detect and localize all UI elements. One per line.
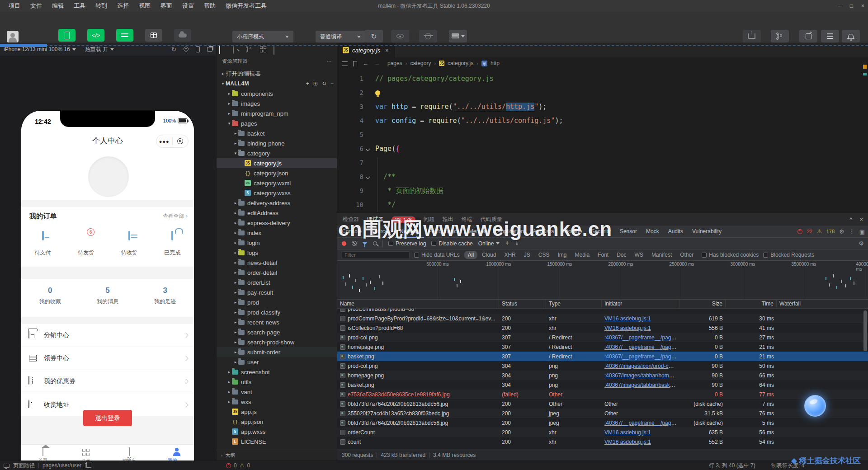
tree-item-LICENSE[interactable]: LLICENSE (217, 437, 337, 446)
column-header-Status[interactable]: Status (499, 300, 546, 308)
compile-mode-select[interactable]: 普通编译 (316, 31, 365, 42)
menu-item-领券中心[interactable]: 领券中心 (21, 347, 194, 370)
code-editor[interactable]: 1// pages/category/category.js23var http… (337, 69, 868, 213)
table-row[interactable]: prod-col.png307/ Redirect:40367/__pagefr… (337, 333, 868, 342)
table-row[interactable]: 355020f27acd4b13a652cb830f03bedc.jpg200j… (337, 409, 868, 418)
order-item-待发货[interactable]: 6待发货 (65, 232, 108, 257)
problems-counter[interactable]: 0 ⚠0 (226, 462, 250, 469)
tree-item-vant[interactable]: ▸vant (217, 387, 337, 397)
tree-item-basket[interactable]: ▸basket (217, 128, 337, 138)
logout-button[interactable]: 退出登录 (83, 410, 132, 426)
refresh-icon[interactable]: ↻ (171, 46, 176, 53)
maximize-icon[interactable]: □ (850, 3, 853, 9)
menu-item-工具[interactable]: 工具 (70, 0, 90, 11)
new-file-icon[interactable]: + (306, 80, 309, 87)
filter-pill-Img[interactable]: Img (554, 251, 570, 259)
collapse-icon[interactable]: − (330, 80, 334, 87)
tree-item-app.json[interactable]: {}app.json (217, 417, 337, 427)
tree-item-prod[interactable]: ▸prod (217, 297, 337, 307)
initiator-link[interactable]: VM16 asdebug.js:1 (604, 429, 651, 436)
table-row[interactable]: isCollection?prodId=68200xhrVM16 asdebug… (337, 323, 868, 333)
menu-item-帮助[interactable]: 帮助 (200, 0, 220, 11)
tree-item-wxs[interactable]: ▸wxs (217, 397, 337, 407)
more-icon[interactable]: ⋯ (327, 58, 332, 64)
tree-item-search-page[interactable]: ▸search-page (217, 327, 337, 337)
devtools-tab-Vulnerability[interactable]: Vulnerability (688, 226, 726, 238)
filter-pill-WS[interactable]: WS (631, 251, 647, 259)
initiator-link[interactable]: :40367/images/icon/prod-col... (604, 363, 677, 369)
column-header-Waterfall[interactable]: Waterfall (777, 300, 868, 308)
blocked-cookies-checkbox[interactable]: Has blocked cookies (702, 252, 759, 258)
table-row[interactable]: basket.png304png:40367/images/tabbar/bas… (337, 380, 868, 390)
tree-item-logs[interactable]: ▸logs (217, 248, 337, 258)
tree-row-root[interactable]: ▾MALL4M+⊞↻− (217, 79, 337, 89)
multi-window-icon[interactable] (207, 47, 212, 52)
breadcrumb-item-category.js[interactable]: category.js (448, 60, 473, 66)
nav-forward-icon[interactable]: → (374, 60, 380, 67)
initiator-link[interactable]: :40367/images/tabbar/homep... (604, 372, 679, 379)
tree-item-editAddress[interactable]: ▸editAddress (217, 208, 337, 218)
tree-item-login[interactable]: ▸login (217, 238, 337, 248)
filter-pill-Cloud[interactable]: Cloud (478, 251, 500, 259)
menu-item-文件[interactable]: 文件 (26, 0, 46, 11)
breadcrumb-item-category[interactable]: category (410, 60, 431, 66)
hot-reload-toggle[interactable]: 热重载 开 (85, 46, 114, 53)
tree-item-binding-phone[interactable]: ▸binding-phone (217, 138, 337, 148)
close-target-icon[interactable] (173, 138, 189, 144)
column-header-Size[interactable]: Size (679, 300, 726, 308)
close-icon[interactable]: × (385, 47, 389, 54)
tree-item-pay-result[interactable]: ▸pay-result (217, 287, 337, 297)
initiator-link[interactable]: :40367/__pageframe__/pages/... (604, 420, 679, 426)
filter-pill-XHR[interactable]: XHR (500, 251, 519, 259)
menu-item-分销中心[interactable]: 分销中心 (21, 324, 194, 347)
close-icon[interactable]: × (859, 216, 863, 223)
devtools-tab-Audits[interactable]: Audits (664, 226, 688, 238)
menu-item-选择[interactable]: 选择 (113, 0, 133, 11)
tree-item-search-prod-show[interactable]: ▸search-prod-show (217, 337, 337, 347)
tree-item-category.json[interactable]: {}category.json (217, 168, 337, 178)
table-row[interactable]: prodCommBuss?prodId=68 (337, 309, 868, 314)
tree-item-miniprogram_npm[interactable]: ▸miniprogram_npm (217, 108, 337, 118)
tree-item-category.wxml[interactable]: <>category.wxml (217, 178, 337, 188)
mode-select[interactable]: 小程序模式 (232, 31, 293, 42)
search-icon[interactable] (233, 46, 240, 53)
view-all-orders-link[interactable]: 查看全部 › (163, 212, 188, 220)
filter-pill-JS[interactable]: JS (520, 251, 534, 259)
tree-item-screenshot[interactable]: ▸screenshot (217, 367, 337, 377)
devtools-tab-Sensor[interactable]: Sensor (615, 226, 642, 238)
initiator-link[interactable]: VM16 asdebug.js:1 (604, 439, 651, 445)
menu-item-编辑[interactable]: 编辑 (48, 0, 68, 11)
tree-item-express-delivery[interactable]: ▸express-delivery (217, 218, 337, 228)
package-icon[interactable] (274, 46, 281, 53)
table-row[interactable]: 0bfd73fd7a764d20b2f0b92813abdc56.jpg200j… (337, 418, 868, 428)
gear-icon[interactable]: ⚙ (839, 228, 844, 235)
table-row[interactable]: orderCount200xhrVM16 asdebug.js:1635 B56… (337, 428, 868, 437)
rotate-phone-icon[interactable] (196, 46, 200, 52)
dock-icon[interactable]: ▣ (859, 228, 865, 235)
initiator-link[interactable]: :40367/__pageframe__/pages/... (604, 334, 679, 341)
user-avatar[interactable] (88, 156, 129, 197)
tree-item-category[interactable]: ▾category (217, 148, 337, 158)
initiator-link[interactable]: :40367/__pageframe__/pages/... (604, 344, 679, 350)
tree-item-utils[interactable]: ▸utils (217, 377, 337, 387)
outline-list-icon[interactable] (342, 61, 348, 66)
breadcrumb-item-http[interactable]: http (491, 60, 500, 66)
tree-item-app.wxss[interactable]: Sapp.wxss (217, 427, 337, 437)
filter-pill-All[interactable]: All (464, 251, 477, 259)
source-control-icon[interactable] (246, 46, 254, 53)
stat-我的收藏[interactable]: 0我的收藏 (21, 279, 79, 317)
column-header-Type[interactable]: Type (546, 300, 602, 308)
table-scrollbar[interactable] (863, 310, 867, 351)
new-folder-icon[interactable]: ⊞ (313, 80, 318, 87)
tree-item-news-detail[interactable]: ▸news-detail (217, 258, 337, 268)
stat-我的足迹[interactable]: 3我的足迹 (137, 279, 194, 317)
more-icon[interactable]: ●●● (156, 139, 172, 144)
table-row[interactable]: prod-col.png304png:40367/images/icon/pro… (337, 361, 868, 371)
column-header-Name[interactable]: Name (337, 300, 499, 308)
table-row[interactable]: homepage.png307/ Redirect:40367/__pagefr… (337, 342, 868, 352)
menu-item-视图[interactable]: 视图 (135, 0, 155, 11)
table-row[interactable]: basket.png307/ Redirect:40367/__pagefram… (337, 352, 868, 361)
chevron-up-icon[interactable]: ^ (849, 216, 852, 223)
menu-item-界面[interactable]: 界面 (156, 0, 176, 11)
outline-section[interactable]: ›大纲 (217, 450, 337, 461)
